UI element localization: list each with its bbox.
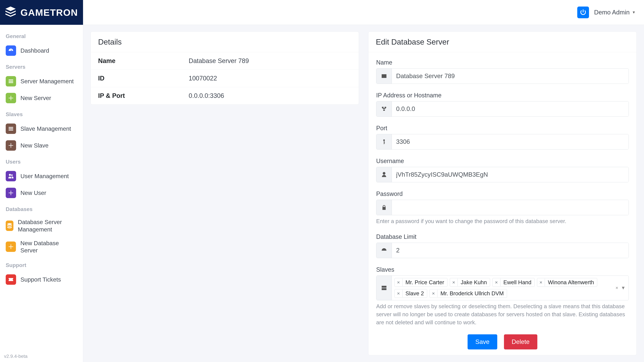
slave-tag-label: Slave 2: [402, 289, 427, 298]
remove-tag-icon[interactable]: ×: [537, 279, 545, 286]
save-label: Save: [475, 338, 489, 346]
slave-tag: ×Mr. Broderick Ullrich DVM: [430, 289, 507, 298]
sidebar-section-label: Users: [2, 154, 81, 167]
remove-tag-icon[interactable]: ×: [394, 279, 402, 286]
details-row: NameDatabase Server 789: [91, 52, 359, 69]
sidebar-item-label: New Database Server: [20, 240, 77, 254]
sidebar-item[interactable]: Server Management: [2, 73, 81, 89]
sidebar-item[interactable]: New Database Server: [2, 237, 81, 257]
edit-card: Edit Database Server Name IP Address or …: [368, 31, 636, 355]
name-label: Name: [376, 59, 629, 66]
plus-icon: [6, 242, 16, 252]
sidebar-section-label: Slaves: [2, 107, 81, 120]
network-icon: [376, 101, 392, 116]
sidebar-section-label: Databases: [2, 202, 81, 215]
port-input[interactable]: [392, 134, 628, 149]
sidebar-item-label: Dashboard: [20, 47, 49, 54]
remove-tag-icon[interactable]: ×: [430, 290, 438, 297]
slave-tag-label: Winona Altenwerth: [545, 278, 597, 287]
logo[interactable]: GAMETRON: [0, 0, 83, 25]
password-help: Enter a password if you want to change t…: [376, 217, 629, 225]
dblimit-input[interactable]: [392, 243, 628, 258]
sidebar-item-label: Database Server Management: [18, 218, 77, 233]
sidebar-item-label: New Slave: [20, 142, 48, 149]
delete-label: Delete: [512, 338, 530, 346]
key-icon: [376, 134, 392, 149]
slaves-help: Add or remove slaves by selecting or des…: [376, 302, 629, 327]
details-row: IP & Port0.0.0.0:3306: [91, 87, 359, 104]
slave-tag-label: Mr. Price Carter: [402, 278, 447, 287]
details-key: IP & Port: [91, 87, 181, 104]
sidebar-item-label: User Management: [20, 172, 69, 180]
chevron-down-icon[interactable]: ▼: [621, 285, 626, 291]
user-icon: [376, 167, 392, 182]
sidebar-item-label: New Server: [20, 94, 51, 102]
slave-tag: ×Slave 2: [394, 289, 427, 298]
lock-icon: [376, 200, 392, 215]
sidebar-item[interactable]: New User: [2, 185, 81, 201]
slave-tag: ×Ewell Hand: [492, 278, 534, 287]
sidebar-section-label: Support: [2, 258, 81, 271]
slave-tag-label: Mr. Broderick Ullrich DVM: [438, 289, 507, 298]
slave-tag-label: Jake Kuhn: [458, 278, 490, 287]
details-value: 0.0.0.0:3306: [181, 87, 359, 104]
database-icon: [6, 221, 14, 231]
plus-icon: [6, 188, 16, 198]
slaves-multiselect[interactable]: ×Mr. Price Carter×Jake Kuhn×Ewell Hand×W…: [376, 276, 629, 300]
sidebar-item-label: Support Tickets: [20, 276, 61, 283]
user-name: Demo Admin: [594, 9, 630, 16]
details-key: Name: [91, 52, 181, 69]
sidebar-item[interactable]: New Slave: [2, 138, 81, 153]
gauge-icon: [376, 243, 392, 258]
slave-tag-label: Ewell Hand: [500, 278, 534, 287]
name-input[interactable]: [392, 68, 628, 84]
sidebar-item[interactable]: New Server: [2, 90, 81, 106]
sidebar-item-label: New User: [20, 189, 46, 197]
sidebar-item-label: Slave Management: [20, 125, 71, 132]
logo-icon: [4, 5, 18, 19]
save-button[interactable]: Save: [468, 334, 497, 350]
clear-selection-icon[interactable]: ×: [616, 285, 618, 291]
sidebar-item[interactable]: Dashboard: [2, 43, 81, 58]
password-input[interactable]: [392, 200, 628, 215]
sidebar-item[interactable]: User Management: [2, 168, 81, 184]
dblimit-label: Database Limit: [376, 233, 629, 240]
username-label: Username: [376, 158, 629, 165]
ip-input[interactable]: [392, 101, 628, 116]
slave-tag: ×Mr. Price Carter: [394, 278, 448, 287]
user-menu[interactable]: Demo Admin ▼: [594, 9, 636, 16]
server-icon: [376, 276, 392, 300]
sidebar-item[interactable]: Support Tickets: [2, 272, 81, 287]
remove-tag-icon[interactable]: ×: [492, 279, 500, 286]
port-label: Port: [376, 125, 629, 132]
password-label: Password: [376, 190, 629, 197]
username-input[interactable]: [392, 167, 628, 182]
details-title: Details: [91, 32, 359, 52]
power-icon: [580, 9, 587, 16]
power-button[interactable]: [577, 6, 589, 18]
slaves-label: Slaves: [376, 266, 629, 273]
plus-icon: [6, 140, 16, 151]
details-value: Database Server 789: [181, 52, 359, 69]
sidebar-section-label: General: [2, 29, 81, 42]
sidebar-section-label: Servers: [2, 59, 81, 72]
remove-tag-icon[interactable]: ×: [450, 279, 458, 286]
id-card-icon: [376, 68, 392, 84]
delete-button[interactable]: Delete: [504, 334, 537, 350]
sidebar-item-label: Server Management: [20, 78, 74, 85]
sidebar-item[interactable]: Database Server Management: [2, 216, 81, 236]
sidebar: GeneralDashboardServersServer Management…: [0, 25, 83, 351]
logo-text: GAMETRON: [20, 7, 78, 18]
details-row: ID10070022: [91, 69, 359, 87]
slave-tag: ×Winona Altenwerth: [537, 278, 598, 287]
chevron-down-icon: ▼: [632, 10, 636, 14]
details-card: Details NameDatabase Server 789ID1007002…: [90, 31, 359, 105]
list-icon: [6, 76, 16, 86]
remove-tag-icon[interactable]: ×: [394, 290, 402, 297]
dashboard-icon: [6, 45, 16, 56]
details-value: 10070022: [181, 70, 359, 87]
version-label: v2.9.4-beta: [0, 351, 83, 362]
users-icon: [6, 171, 16, 181]
details-key: ID: [91, 70, 181, 87]
sidebar-item[interactable]: Slave Management: [2, 121, 81, 137]
